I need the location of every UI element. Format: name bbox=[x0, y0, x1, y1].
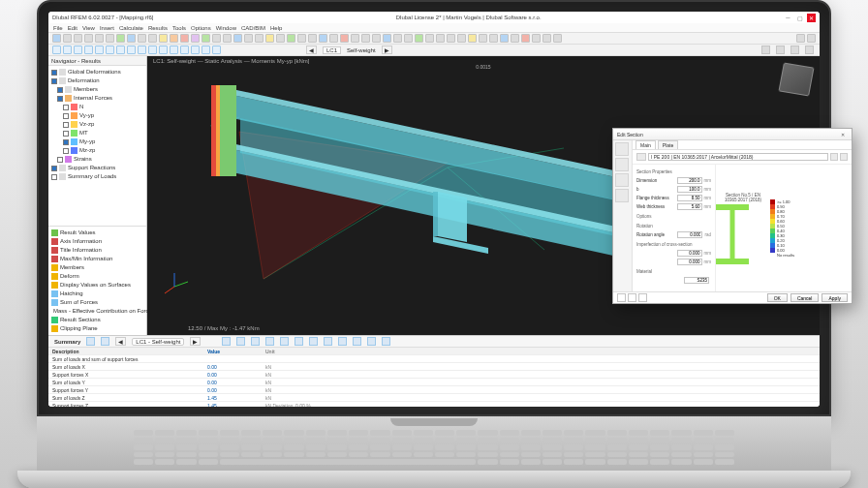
bottom-lc-combo[interactable]: LC1 - Self-weight bbox=[132, 338, 184, 346]
tool-icon[interactable] bbox=[180, 46, 189, 54]
checkbox-icon[interactable] bbox=[63, 148, 69, 154]
menu-edit[interactable]: Edit bbox=[68, 25, 78, 31]
tool-icon[interactable] bbox=[542, 34, 551, 43]
tool-icon[interactable] bbox=[244, 34, 253, 43]
checkbox-icon[interactable] bbox=[57, 87, 63, 93]
menu-file[interactable]: File bbox=[53, 25, 63, 31]
tool-icon[interactable] bbox=[425, 34, 434, 43]
tool-icon[interactable] bbox=[159, 46, 168, 54]
tree-node[interactable]: Strains bbox=[51, 155, 143, 164]
ok-button[interactable]: OK bbox=[767, 293, 788, 302]
tool-icon[interactable] bbox=[532, 34, 541, 43]
tool-icon[interactable] bbox=[372, 34, 381, 43]
nav-bottom-item[interactable]: Clipping Plane bbox=[51, 324, 143, 333]
tool-icon[interactable] bbox=[500, 34, 509, 43]
tool-icon[interactable] bbox=[212, 46, 221, 54]
table-row[interactable]: Sum of loads X0.00kN bbox=[48, 363, 820, 371]
nav-bottom-item[interactable]: Title Information bbox=[51, 246, 143, 255]
tool-icon[interactable] bbox=[436, 34, 445, 43]
tool-icon[interactable] bbox=[404, 34, 413, 43]
nav-bottom-item[interactable]: Hatching bbox=[51, 290, 143, 298]
tool-icon[interactable] bbox=[159, 34, 168, 43]
close-icon[interactable]: ✕ bbox=[838, 130, 848, 139]
tool-icon[interactable] bbox=[319, 34, 327, 43]
tree-node[interactable]: Mz-zp bbox=[51, 146, 143, 155]
reload-icon[interactable] bbox=[86, 337, 95, 346]
tool-icon[interactable] bbox=[138, 46, 146, 54]
checkbox-icon[interactable] bbox=[51, 174, 57, 180]
minimize-icon[interactable]: ─ bbox=[784, 14, 792, 22]
tree-node[interactable]: Support Reactions bbox=[51, 164, 143, 172]
footer-tool-icon[interactable] bbox=[628, 293, 636, 302]
tool-icon[interactable] bbox=[202, 46, 210, 54]
field-input[interactable] bbox=[677, 203, 702, 210]
tool-icon[interactable] bbox=[63, 46, 72, 54]
checkbox-icon[interactable] bbox=[51, 166, 57, 171]
undo-icon[interactable] bbox=[95, 34, 104, 43]
tool-icon[interactable] bbox=[138, 34, 146, 43]
new-section-icon[interactable] bbox=[840, 153, 848, 161]
calc-icon[interactable] bbox=[116, 34, 125, 43]
next-lc-icon[interactable]: ▶ bbox=[382, 46, 392, 54]
checkbox-icon[interactable] bbox=[63, 113, 69, 119]
tool-icon[interactable] bbox=[265, 337, 274, 346]
tool-icon[interactable] bbox=[457, 34, 466, 43]
tool-icon[interactable] bbox=[148, 46, 157, 54]
tool-icon[interactable] bbox=[52, 46, 61, 54]
help-icon[interactable] bbox=[807, 34, 816, 43]
field-input[interactable] bbox=[677, 186, 702, 193]
field-input[interactable] bbox=[677, 177, 702, 184]
nav-bottom-item[interactable]: Max/Min Information bbox=[51, 255, 143, 263]
tool-icon[interactable] bbox=[74, 46, 82, 54]
print-icon[interactable] bbox=[84, 34, 93, 43]
footer-tool-icon[interactable] bbox=[638, 293, 647, 302]
menu-tools[interactable]: Tools bbox=[172, 25, 186, 31]
nav-bottom-item[interactable]: Members bbox=[51, 263, 143, 272]
tool-icon[interactable] bbox=[415, 34, 423, 43]
checkbox-icon[interactable] bbox=[57, 157, 63, 163]
tool-icon[interactable] bbox=[382, 337, 390, 346]
menu-calculate[interactable]: Calculate bbox=[119, 25, 143, 31]
tool-icon[interactable] bbox=[383, 34, 391, 43]
tool-icon[interactable] bbox=[84, 46, 93, 54]
next-icon[interactable]: ▶ bbox=[190, 337, 201, 346]
maximize-icon[interactable]: ▢ bbox=[795, 14, 804, 22]
prev-lc-icon[interactable]: ◀ bbox=[306, 46, 317, 54]
apply-button[interactable]: Apply bbox=[822, 293, 848, 302]
library-icon[interactable] bbox=[830, 153, 838, 161]
tool-icon[interactable] bbox=[127, 46, 136, 54]
search-icon[interactable] bbox=[796, 34, 805, 43]
tool-icon[interactable] bbox=[489, 34, 498, 43]
navigator-tree[interactable]: Global DeformationsDeformationMembersInt… bbox=[48, 66, 146, 226]
field-input[interactable] bbox=[677, 259, 702, 265]
close-icon[interactable]: ✕ bbox=[807, 14, 816, 22]
tool-icon[interactable] bbox=[106, 46, 114, 54]
field-input[interactable] bbox=[684, 277, 709, 284]
view-tool-icon[interactable] bbox=[790, 46, 799, 54]
table-row[interactable]: Support forces Z1.45kN Deviation: 0.00 % bbox=[48, 402, 820, 407]
nav-bottom-item[interactable]: Deform bbox=[51, 272, 143, 281]
nav-bottom-item[interactable]: Mass - Effective Contribution on Forces bbox=[51, 307, 143, 316]
menu-view[interactable]: View bbox=[82, 25, 95, 31]
redo-icon[interactable] bbox=[106, 34, 114, 43]
checkbox-icon[interactable] bbox=[51, 78, 57, 84]
tool-icon[interactable] bbox=[294, 337, 303, 346]
tool-icon[interactable] bbox=[148, 34, 157, 43]
tree-node[interactable]: Vz-zp bbox=[51, 120, 143, 129]
tool-icon[interactable] bbox=[191, 46, 200, 54]
menu-window[interactable]: Window bbox=[216, 25, 236, 31]
tree-node[interactable]: MT bbox=[51, 129, 143, 137]
field-input[interactable] bbox=[677, 195, 702, 201]
tool-icon[interactable] bbox=[308, 34, 317, 43]
dialog-titlebar[interactable]: Edit Section ✕ bbox=[613, 129, 852, 140]
tab-main[interactable]: Main bbox=[636, 140, 656, 149]
tool-icon[interactable] bbox=[353, 337, 361, 346]
tool-icon[interactable] bbox=[180, 34, 189, 43]
tool-icon[interactable] bbox=[361, 34, 370, 43]
cancel-button[interactable]: Cancel bbox=[790, 293, 820, 302]
checkbox-icon[interactable] bbox=[63, 139, 69, 145]
tool-icon[interactable] bbox=[511, 34, 519, 43]
navigator-bottom-list[interactable]: Result ValuesAxis InformationTitle Infor… bbox=[48, 226, 146, 335]
table-row[interactable]: Support forces Y0.00kN bbox=[48, 386, 820, 394]
checkbox-icon[interactable] bbox=[63, 122, 69, 128]
